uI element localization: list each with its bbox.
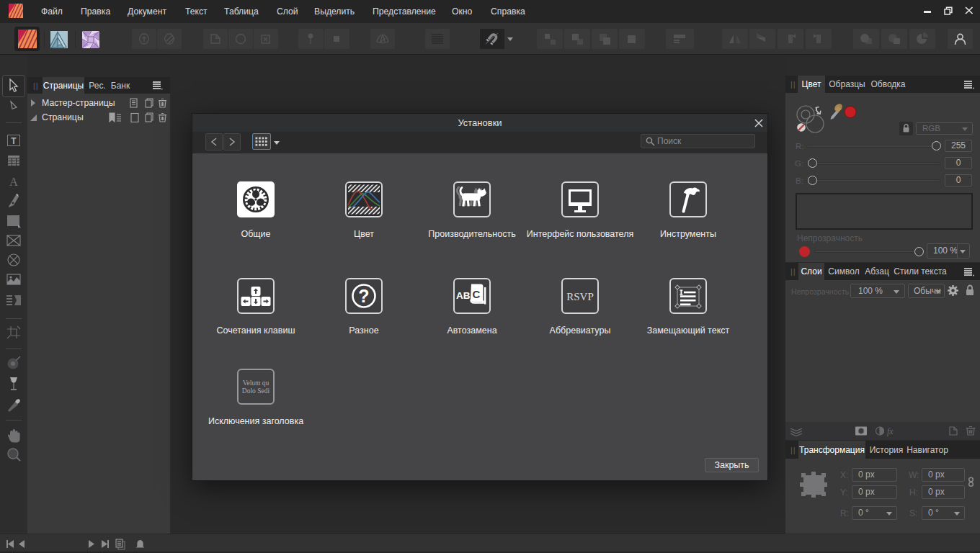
svg-text:Dolo Sedi: Dolo Sedi <box>242 387 270 395</box>
svg-text:A: A <box>9 176 18 188</box>
svg-text:AB: AB <box>456 290 471 301</box>
svg-text:C: C <box>473 288 481 300</box>
svg-text:fx: fx <box>887 426 894 436</box>
svg-text:RSVP: RSVP <box>566 291 594 302</box>
svg-text:T: T <box>11 136 17 146</box>
svg-text:Velum qu: Velum qu <box>243 379 270 387</box>
svg-text:?: ? <box>358 286 369 306</box>
